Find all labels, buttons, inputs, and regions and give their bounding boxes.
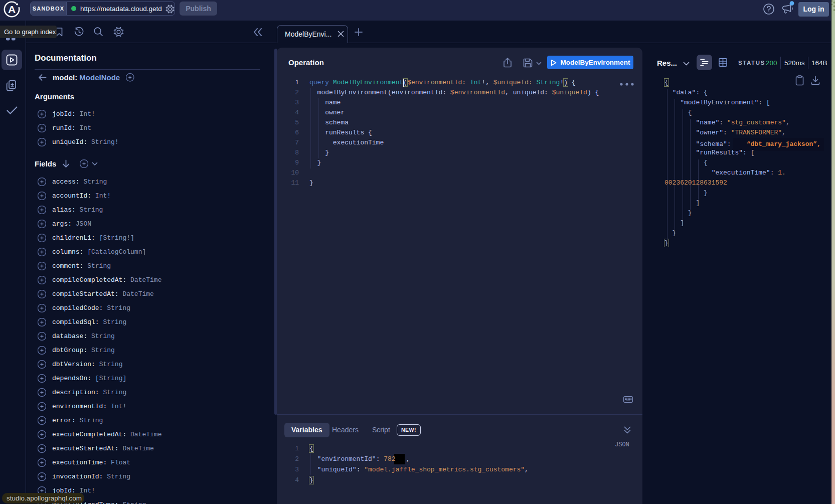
svg-text:A: A [8, 4, 16, 15]
